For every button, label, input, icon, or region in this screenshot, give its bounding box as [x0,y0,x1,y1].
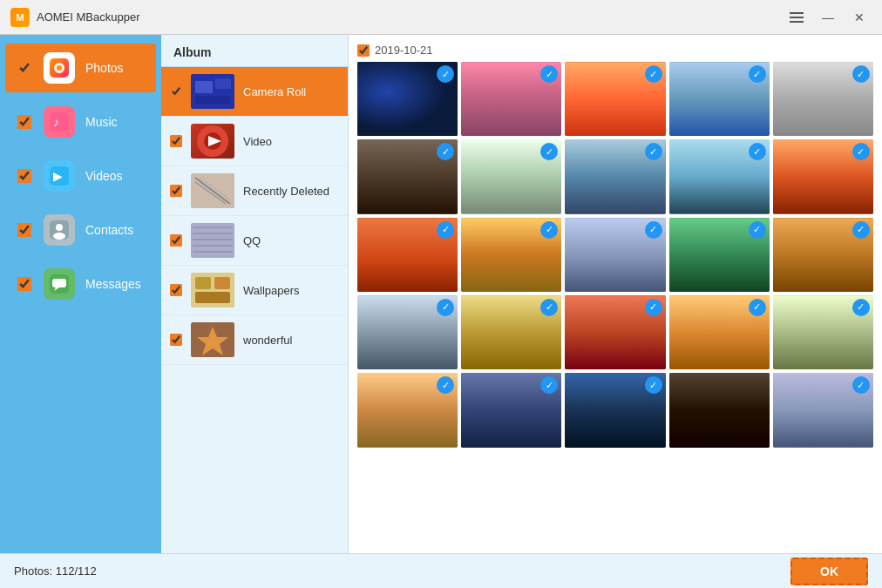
photo-check: ✓ [645,221,662,239]
photo-check: ✓ [437,221,454,239]
svg-rect-34 [195,277,211,289]
album-item-wallpapers[interactable]: Wallpapers [161,266,348,315]
recently-deleted-label: Recently Deleted [243,185,329,198]
album-item-video[interactable]: Video [161,117,348,166]
contacts-checkbox[interactable] [17,223,31,237]
camera-roll-thumb [191,74,234,109]
sidebar-item-music[interactable]: ♪ Music [5,98,156,146]
photo-check: ✓ [852,65,870,83]
date-checkbox[interactable] [357,44,370,57]
photo-cell[interactable]: ✓ [461,295,561,369]
music-label: Music [85,115,118,129]
album-item-camera-roll[interactable]: Camera Roll [161,67,348,117]
recently-deleted-checkbox[interactable] [170,185,182,197]
svg-rect-14 [52,279,66,287]
qq-checkbox[interactable] [170,234,182,247]
photo-check: ✓ [852,221,870,239]
qq-label: QQ [243,234,261,247]
videos-checkbox[interactable] [17,169,31,183]
photo-row-5: ✓ ✓ ✓ ✓ [357,373,873,447]
app-title: AOMEI MBackupper [37,10,784,24]
music-checkbox[interactable] [17,115,31,129]
camera-roll-label: Camera Roll [243,85,306,98]
contacts-label: Contacts [85,223,133,237]
photo-cell[interactable]: ✓ [461,139,561,213]
photo-row-3: ✓ ✓ ✓ ✓ ✓ [357,218,873,292]
photo-cell[interactable]: ✓ [773,295,873,369]
album-list: Camera Roll Video Recently Deleted [161,67,348,553]
videos-label: Videos [85,169,123,183]
status-bar: Photos: 112/112 OK [0,553,882,588]
photo-row-2: ✓ ✓ ✓ ✓ ✓ [357,139,873,213]
photo-cell[interactable]: ✓ [773,62,873,136]
photo-cell[interactable]: ✓ [357,295,458,369]
photo-check: ✓ [749,299,766,316]
wonderful-thumb [191,322,234,357]
camera-roll-checkbox[interactable] [170,85,182,98]
photos-checkbox[interactable] [17,61,31,75]
photo-check: ✓ [645,376,662,394]
sidebar-item-messages[interactable]: Messages [5,260,156,308]
minimize-button[interactable]: — [816,5,840,30]
messages-icon [44,268,75,300]
close-button[interactable]: ✕ [847,5,872,30]
photo-cell[interactable] [669,373,770,447]
sidebar-item-photos[interactable]: Photos [5,44,156,92]
wonderful-label: wonderful [243,334,292,347]
photo-cell[interactable]: ✓ [565,62,665,136]
photo-cell[interactable]: ✓ [773,139,873,213]
window-controls: — ✕ [784,5,872,30]
photo-cell[interactable]: ✓ [669,139,770,213]
messages-checkbox[interactable] [17,277,31,291]
album-item-wonderful[interactable]: wonderful [161,315,348,365]
contacts-icon [44,214,75,246]
photo-cell[interactable]: ✓ [773,373,873,447]
video-thumb [191,124,234,159]
album-item-qq[interactable]: QQ [161,216,348,266]
photos-icon [44,52,75,84]
photo-row-4: ✓ ✓ ✓ ✓ ✓ [357,295,873,369]
svg-rect-1 [790,17,804,18]
photo-check: ✓ [540,221,558,239]
app-body: Photos ♪ Music ▶ Videos Contacts [0,35,882,553]
svg-rect-35 [214,277,230,289]
svg-point-5 [57,65,62,71]
svg-text:▶: ▶ [53,169,63,183]
svg-rect-2 [790,21,804,23]
date-group: 2019-10-21 ✓ ✓ ✓ ✓ ✓ ✓ ✓ ✓ ✓ ✓ ✓ ✓ ✓ [357,44,873,448]
left-sidebar: Photos ♪ Music ▶ Videos Contacts [0,35,161,553]
photo-check: ✓ [852,299,870,316]
photos-count: Photos: 112/112 [14,564,97,578]
wallpapers-thumb [191,273,234,308]
photo-cell[interactable]: ✓ [461,218,561,292]
photo-cell[interactable]: ✓ [565,139,665,213]
photo-cell[interactable]: ✓ [357,218,458,292]
photo-cell[interactable]: ✓ [461,62,561,136]
video-checkbox[interactable] [170,135,182,147]
date-label-row: 2019-10-21 [357,44,873,57]
photos-label: Photos [85,61,124,75]
sidebar-item-contacts[interactable]: Contacts [5,206,156,254]
photo-cell[interactable]: ✓ [565,373,665,447]
app-logo: M [10,8,30,27]
menu-button[interactable] [784,5,809,30]
album-item-recently-deleted[interactable]: Recently Deleted [161,166,348,216]
photo-cell[interactable]: ✓ [357,139,458,213]
photo-cell[interactable]: ✓ [669,295,770,369]
photo-cell[interactable]: ✓ [669,218,770,292]
videos-icon: ▶ [44,160,75,192]
photo-cell[interactable]: ✓ [461,373,561,447]
sidebar-item-videos[interactable]: ▶ Videos [5,152,156,200]
photo-cell[interactable]: ✓ [357,62,458,136]
wonderful-checkbox[interactable] [170,334,182,346]
photo-cell[interactable]: ✓ [773,218,873,292]
ok-button[interactable]: OK [790,558,868,585]
photo-cell[interactable]: ✓ [669,62,770,136]
album-header: Album [161,35,348,67]
wallpapers-checkbox[interactable] [170,284,182,296]
photo-cell[interactable]: ✓ [357,373,458,447]
photo-cell[interactable]: ✓ [565,295,665,369]
photo-cell[interactable]: ✓ [565,218,665,292]
photo-check: ✓ [645,143,662,160]
svg-rect-0 [790,12,804,14]
